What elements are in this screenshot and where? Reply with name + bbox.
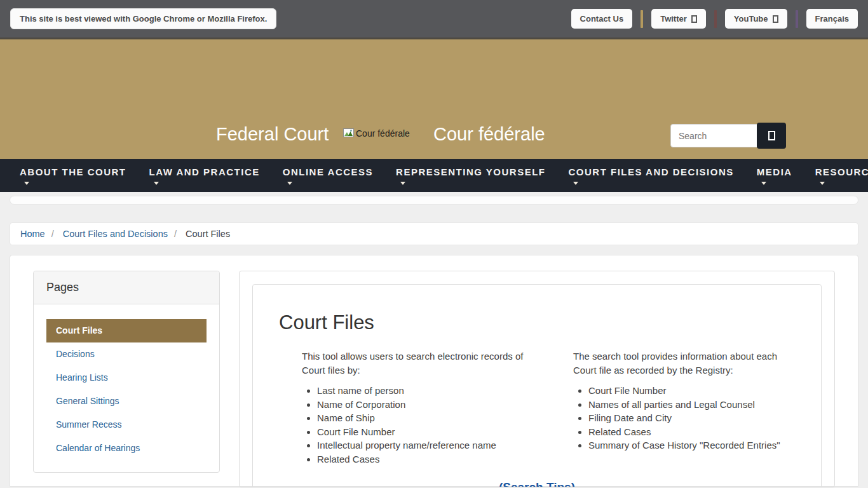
separator: [796, 10, 798, 28]
sidebar-title: Pages: [34, 271, 219, 304]
nav-menu-label: REPRESENTING YOURSELF: [396, 166, 545, 177]
chevron-down-icon: [24, 182, 29, 185]
search-tips-link[interactable]: (Search Tips): [499, 480, 575, 487]
search-by-column: This tool allows users to search electro…: [266, 349, 537, 466]
list-item: Summary of Case History "Recorded Entrie…: [588, 438, 808, 452]
list-item: Court File Number: [317, 425, 537, 439]
list-item-text: Filing Date and City: [588, 412, 672, 423]
content-panel: Pages Court Files Decisions Hearing List…: [10, 255, 858, 487]
topbar-link-item: Twitter: [651, 9, 725, 29]
list-item: Names of all parties and Legal Counsel: [588, 398, 808, 412]
search-results-column: The search tool provides information abo…: [537, 349, 808, 466]
chevron-down-icon: [820, 182, 825, 185]
nav-menu-item[interactable]: ABOUT THE COURT: [8, 166, 138, 185]
breadcrumb: Home Court Files and Decisions Court Fil…: [10, 222, 858, 245]
list-item: Court File Number: [588, 384, 808, 398]
nav-menu-item[interactable]: ONLINE ACCESS: [271, 166, 384, 185]
search-results-list: Court File Number Names of all parties a…: [588, 384, 808, 452]
list-item-text: Name of Ship: [317, 412, 375, 423]
list-item: Filing Date and City: [588, 411, 808, 425]
nav-menu-item[interactable]: MEDIA: [745, 166, 804, 185]
sidebar-item-label: Hearing Lists: [56, 372, 108, 383]
search-by-intro: This tool allows users to search electro…: [302, 349, 527, 377]
list-item: Last name of person: [317, 384, 537, 398]
nav-menu-label: LAW AND PRACTICE: [149, 166, 260, 177]
separator: [641, 10, 643, 28]
site-title-en: Federal Court: [216, 124, 329, 145]
nav-menu-label: RESOURCES: [815, 166, 868, 177]
breadcrumb-item: Home: [20, 229, 45, 239]
list-item: Intellectual property name/reference nam…: [317, 438, 537, 452]
sidebar-item-label: Calendar of Hearings: [56, 443, 140, 453]
chevron-down-icon: [154, 182, 159, 185]
list-item-text: Intellectual property name/reference nam…: [317, 440, 496, 451]
search-by-list: Last name of person Name of Corporation …: [317, 384, 537, 466]
list-item-text: Names of all parties and Legal Counsel: [588, 399, 755, 410]
topbar-link-button[interactable]: Contact Us: [571, 9, 633, 29]
topbar-link-button[interactable]: YouTube: [725, 9, 787, 29]
site-header: Federal Court Cour fédérale Cour fédéral…: [0, 39, 868, 159]
sidebar-item[interactable]: Court Files: [46, 319, 207, 342]
main-content-card: Court Files This tool allows users to se…: [239, 271, 835, 487]
topbar-link-item: Français: [806, 9, 858, 29]
list-item: Name of Ship: [317, 411, 537, 425]
nav-menu-label: COURT FILES AND DECISIONS: [569, 166, 734, 177]
breadcrumb-link[interactable]: Court Files: [186, 229, 230, 239]
topbar-link-button[interactable]: Twitter: [651, 9, 706, 29]
sidebar-item[interactable]: General Sittings: [46, 390, 207, 413]
sidebar-item-label: Summer Recess: [56, 419, 121, 430]
chevron-down-icon: [400, 182, 405, 185]
search-button[interactable]: [757, 123, 786, 149]
sidebar-item[interactable]: Decisions: [46, 342, 207, 366]
nav-menu-item[interactable]: RESOURCES: [804, 166, 868, 185]
list-item-text: Related Cases: [317, 454, 379, 464]
topbar-link-item: Contact Us: [571, 9, 652, 29]
nav-menu-item[interactable]: LAW AND PRACTICE: [138, 166, 271, 185]
separator: [714, 10, 717, 28]
nav-menu-item[interactable]: REPRESENTING YOURSELF: [384, 166, 557, 185]
sidebar-item[interactable]: Hearing Lists: [46, 366, 207, 390]
court-files-article: Court Files This tool allows users to se…: [252, 284, 822, 487]
topbar-link-label: YouTube: [734, 14, 768, 24]
sidebar-list: Court Files Decisions Hearing Lists Gene…: [34, 304, 219, 472]
breadcrumb-link[interactable]: Home: [20, 229, 45, 239]
empty-strip: [10, 196, 858, 205]
list-item-text: Court File Number: [588, 385, 667, 396]
sidebar-item-label: Court Files: [56, 325, 102, 336]
broken-image-icon: [343, 128, 355, 139]
breadcrumb-link[interactable]: Court Files and Decisions: [63, 229, 168, 239]
sidebar-item[interactable]: Calendar of Hearings: [46, 437, 207, 460]
list-item-text: Last name of person: [317, 385, 404, 396]
list-item-text: Name of Corporation: [317, 399, 405, 410]
site-search: [670, 123, 786, 149]
list-item: Name of Corporation: [317, 398, 537, 412]
nav-menu-label: ABOUT THE COURT: [20, 166, 126, 177]
logo-broken-image: Cour fédérale: [343, 128, 410, 139]
list-item-text: Court File Number: [317, 426, 395, 437]
search-results-intro: The search tool provides information abo…: [573, 349, 799, 377]
main-navigation: ABOUT THE COURT LAW AND PRACTICE ONLINE …: [0, 159, 868, 192]
topbar-link-label: Français: [815, 14, 849, 24]
search-tips-row: (Search Tips): [266, 480, 808, 487]
topbar-link-label: Contact Us: [580, 14, 624, 24]
missing-glyph-box-icon: [773, 15, 778, 23]
chevron-down-icon: [761, 182, 766, 185]
pages-sidebar: Pages Court Files Decisions Hearing List…: [33, 271, 220, 473]
missing-glyph-box-icon: [691, 15, 697, 23]
chevron-down-icon: [573, 182, 578, 185]
search-input[interactable]: [670, 124, 758, 147]
list-item-text: Summary of Case History "Recorded Entrie…: [588, 440, 780, 451]
list-item-text: Related Cases: [588, 426, 651, 437]
chevron-down-icon: [287, 182, 292, 185]
sidebar-item-label: General Sittings: [56, 396, 119, 406]
topbar-link-button[interactable]: Français: [806, 9, 858, 29]
breadcrumb-item: Court Files and Decisions: [45, 229, 168, 239]
browser-notice: This site is best viewed with Google Chr…: [10, 8, 276, 29]
breadcrumb-item: Court Files: [168, 229, 230, 239]
nav-menu-label: ONLINE ACCESS: [283, 166, 373, 177]
sidebar-item[interactable]: Summer Recess: [46, 413, 207, 437]
top-utility-bar: This site is best viewed with Google Chr…: [0, 0, 868, 39]
nav-menu-item[interactable]: COURT FILES AND DECISIONS: [557, 166, 745, 185]
search-icon: [768, 131, 775, 140]
page-title: Court Files: [279, 311, 808, 334]
